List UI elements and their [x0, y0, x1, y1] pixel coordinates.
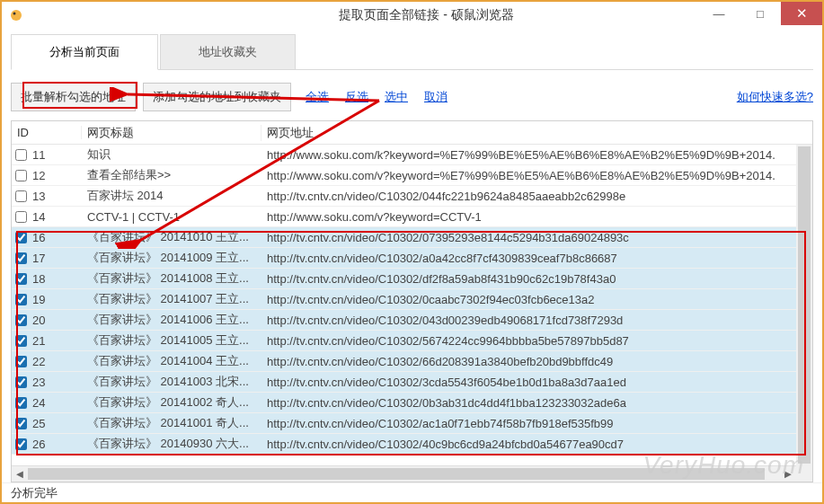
row-checkbox[interactable]	[15, 418, 27, 429]
row-url: http://tv.cntv.cn/video/C10302/3cda5543f…	[261, 376, 796, 389]
table-row[interactable]: 20《百家讲坛》 20141006 王立...http://tv.cntv.cn…	[12, 310, 796, 331]
row-checkbox[interactable]	[15, 376, 27, 388]
row-checkbox[interactable]	[15, 211, 27, 223]
vertical-scrollbar[interactable]	[796, 145, 812, 465]
row-url: http://tv.cntv.cn/video/C10302/40c9bc6cd…	[261, 438, 796, 451]
row-title: CCTV-1 | CCTV-1	[82, 210, 261, 224]
row-title: 《百家讲坛》 20141004 王立...	[82, 353, 261, 369]
row-checkbox[interactable]	[15, 356, 27, 367]
row-checkbox[interactable]	[15, 397, 27, 409]
row-title: 《百家讲坛》 20141008 王立...	[82, 270, 261, 287]
row-checkbox[interactable]	[15, 438, 27, 450]
row-title: 《百家讲坛》 20141005 王立...	[82, 332, 261, 349]
row-url: http://tv.cntv.cn/video/C10302/07395293e…	[261, 231, 796, 244]
svg-point-0	[11, 10, 22, 21]
row-id: 12	[32, 169, 45, 182]
row-title: 百家讲坛 2014	[82, 188, 261, 204]
row-id: 19	[32, 293, 45, 306]
row-id: 22	[32, 355, 45, 368]
table-row[interactable]: 25《百家讲坛》 20141001 奇人...http://tv.cntv.cn…	[12, 413, 796, 434]
row-checkbox[interactable]	[15, 294, 27, 305]
row-id: 14	[32, 210, 45, 224]
row-url: http://tv.cntv.cn/video/C10302/0caabc730…	[261, 293, 796, 306]
tab-analyze[interactable]: 分析当前页面	[11, 34, 158, 70]
table-row[interactable]: 14CCTV-1 | CCTV-1http://www.soku.com/v?k…	[12, 207, 796, 227]
row-checkbox[interactable]	[15, 273, 27, 285]
col-url[interactable]: 网页地址	[261, 125, 796, 141]
toolbar: 批量解析勾选的地址 添加勾选的地址到收藏夹 全选 反选 选中 取消 如何快速多选…	[11, 70, 813, 120]
row-checkbox[interactable]	[15, 314, 27, 326]
row-url: http://tv.cntv.cn/video/C10302/66d208391…	[261, 355, 796, 368]
table-row[interactable]: 26《百家讲坛》 20140930 六大...http://tv.cntv.cn…	[12, 434, 796, 455]
table-header: ID 网页标题 网页地址	[12, 121, 812, 145]
row-id: 13	[32, 190, 45, 203]
row-checkbox[interactable]	[15, 252, 27, 264]
row-title: 《百家讲坛》 20141007 王立...	[82, 291, 261, 307]
table-row[interactable]: 23《百家讲坛》 20141003 北宋...http://tv.cntv.cn…	[12, 372, 796, 393]
row-title: 《百家讲坛》 20140930 六大...	[82, 436, 261, 452]
row-url: http://tv.cntv.cn/video/C10302/a0a42cc8f…	[261, 252, 796, 265]
table-row[interactable]: 22《百家讲坛》 20141004 王立...http://tv.cntv.cn…	[12, 351, 796, 372]
col-id[interactable]: ID	[12, 126, 82, 139]
table-row[interactable]: 19《百家讲坛》 20141007 王立...http://tv.cntv.cn…	[12, 289, 796, 310]
table-row[interactable]: 17《百家讲坛》 20141009 王立...http://tv.cntv.cn…	[12, 248, 796, 269]
row-id: 21	[32, 334, 45, 348]
table-row[interactable]: 21《百家讲坛》 20141005 王立...http://tv.cntv.cn…	[12, 331, 796, 351]
row-checkbox[interactable]	[15, 149, 27, 161]
invert-link[interactable]: 反选	[345, 89, 368, 105]
table-row[interactable]: 12查看全部结果>>http://www.soku.com/v?keyword=…	[12, 165, 796, 186]
row-id: 25	[32, 417, 45, 430]
row-title: 《百家讲坛》 20141003 北宋...	[82, 374, 261, 390]
row-url: http://www.soku.com/v?keyword=CCTV-1	[261, 210, 796, 224]
row-url: http://www.soku.com/k?keyword=%E7%99%BE%…	[261, 148, 796, 162]
row-title: 《百家讲坛》 20141009 王立...	[82, 250, 261, 266]
row-title: 《百家讲坛》 20141006 王立...	[82, 312, 261, 328]
row-id: 20	[32, 314, 45, 327]
row-checkbox[interactable]	[15, 170, 27, 181]
row-url: http://tv.cntv.cn/video/C10302/ac1a0f71e…	[261, 417, 796, 430]
table-row[interactable]: 13百家讲坛 2014http://tv.cntv.cn/video/C1030…	[12, 186, 796, 207]
table-row[interactable]: 24《百家讲坛》 20141002 奇人...http://tv.cntv.cn…	[12, 393, 796, 413]
row-title: 查看全部结果>>	[82, 167, 261, 183]
maximize-button[interactable]: □	[740, 2, 781, 25]
row-id: 16	[32, 231, 45, 244]
add-favorites-button[interactable]: 添加勾选的地址到收藏夹	[143, 83, 291, 111]
table-row[interactable]: 16《百家讲坛》 20141010 王立...http://tv.cntv.cn…	[12, 227, 796, 248]
scroll-left-icon[interactable]: ◄	[12, 466, 28, 482]
help-link[interactable]: 如何快速多选?	[737, 90, 813, 103]
table-row[interactable]: 11知识http://www.soku.com/k?keyword=%E7%99…	[12, 145, 796, 165]
row-url: http://tv.cntv.cn/video/C10302/5674224cc…	[261, 334, 796, 348]
statusbar: 分析完毕	[2, 482, 822, 502]
app-icon	[9, 8, 23, 22]
tab-favorites[interactable]: 地址收藏夹	[160, 34, 296, 69]
minimize-button[interactable]: —	[698, 2, 740, 25]
titlebar: 提取页面全部链接 - 硕鼠浏览器 — □ ✕	[2, 2, 822, 29]
row-url: http://www.soku.com/v?keyword=%E7%99%BE%…	[261, 169, 796, 182]
row-url: http://tv.cntv.cn/video/C10302/df2f8a59a…	[261, 272, 796, 286]
row-url: http://tv.cntv.cn/video/C10302/0b3ab31dc…	[261, 396, 796, 410]
row-checkbox[interactable]	[15, 232, 27, 243]
row-title: 《百家讲坛》 20141001 奇人...	[82, 415, 261, 431]
table-row[interactable]: 18《百家讲坛》 20141008 王立...http://tv.cntv.cn…	[12, 269, 796, 289]
row-url: http://tv.cntv.cn/video/C10302/043d00239…	[261, 314, 796, 327]
row-checkbox[interactable]	[15, 335, 27, 347]
row-id: 26	[32, 438, 45, 451]
row-id: 24	[32, 396, 45, 410]
row-url: http://tv.cntv.cn/video/C10302/044fc221b…	[261, 190, 796, 203]
cancel-link[interactable]: 取消	[424, 89, 447, 105]
row-checkbox[interactable]	[15, 190, 27, 202]
select-checked-link[interactable]: 选中	[385, 89, 408, 105]
select-all-link[interactable]: 全选	[306, 89, 329, 105]
svg-point-1	[13, 13, 16, 15]
row-title: 知识	[82, 146, 261, 163]
batch-parse-button[interactable]: 批量解析勾选的地址	[11, 83, 136, 111]
horizontal-scrollbar[interactable]: ◄ ►	[12, 465, 796, 482]
row-id: 11	[32, 148, 45, 162]
scroll-right-icon[interactable]: ►	[780, 466, 796, 482]
tabs: 分析当前页面 地址收藏夹	[11, 34, 813, 70]
col-title[interactable]: 网页标题	[82, 125, 261, 141]
row-id: 17	[32, 252, 45, 265]
row-title: 《百家讲坛》 20141002 奇人...	[82, 394, 261, 411]
close-button[interactable]: ✕	[781, 2, 822, 25]
row-title: 《百家讲坛》 20141010 王立...	[82, 229, 261, 245]
